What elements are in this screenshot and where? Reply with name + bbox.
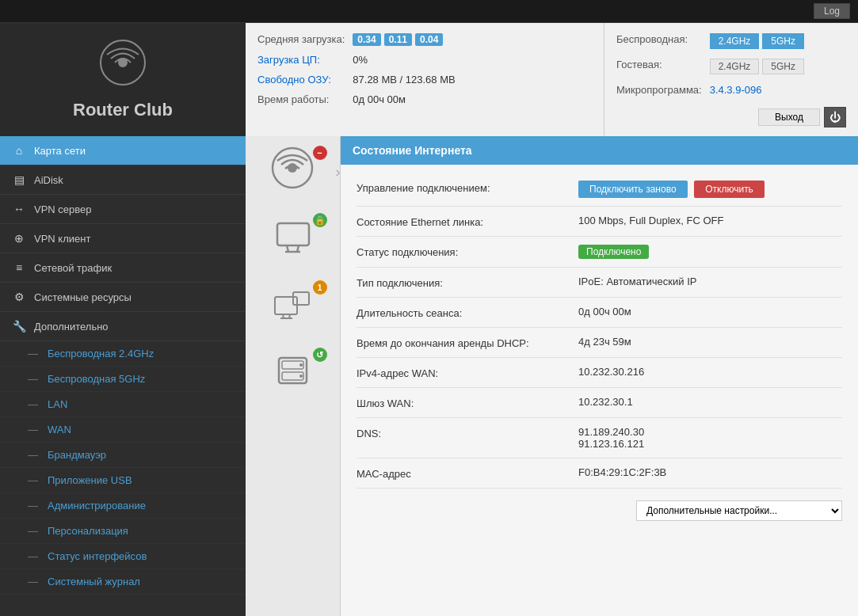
- firmware-value: 3.4.3.9-096: [710, 82, 846, 98]
- label-mac: МАС-адрес: [357, 466, 578, 480]
- sidebar-label-extra: Дополнительно: [34, 321, 109, 333]
- row-manage-connection: Управление подключением: Подключить зано…: [357, 173, 842, 207]
- home-icon: ⌂: [12, 144, 26, 157]
- sidebar-item-extra[interactable]: 🔧 Дополнительно: [0, 312, 246, 341]
- device-hdd[interactable]: ↺: [257, 346, 329, 401]
- content-body: Управление подключением: Подключить зано…: [341, 165, 858, 537]
- free-ram-label[interactable]: Свободно ОЗУ:: [257, 71, 345, 88]
- guest-24-button[interactable]: 2.4GHz: [710, 59, 760, 74]
- wireless-label: Беспроводная:: [616, 31, 702, 51]
- label-gateway-wan: Шлюз WAN:: [357, 396, 578, 409]
- vpn-client-icon: ⊕: [12, 232, 26, 245]
- hdd-device-icon: [271, 348, 315, 399]
- logo-section: Router Club: [0, 23, 246, 136]
- header: Router Club Средняя загрузка: 0.34 0.11 …: [0, 23, 858, 136]
- screen-status-badge: 🔒: [313, 213, 327, 227]
- sidebar-item-network-map[interactable]: ⌂ Карта сети: [0, 136, 246, 165]
- load-badge-1: 0.34: [353, 33, 380, 46]
- value-ipv4-wan: 10.232.30.216: [578, 366, 842, 378]
- sub-label-usb: Приложение USB: [48, 474, 132, 486]
- sidebar-label-network-traffic: Сетевой трафик: [34, 262, 112, 274]
- sidebar-item-vpn-client[interactable]: ⊕ VPN клиент: [0, 224, 246, 253]
- label-ethernet-status: Состояние Ethernet линка:: [357, 215, 578, 228]
- sub-label-admin: Администрирование: [48, 500, 146, 511]
- firmware-label: Микропрограмма:: [616, 82, 702, 98]
- additional-settings-select[interactable]: Дополнительные настройки...: [636, 500, 842, 521]
- sidebar-sub-wireless5[interactable]: — Беспроводная 5GHz: [0, 367, 246, 392]
- sidebar-label-aidisk: AiDisk: [34, 174, 63, 186]
- device-screen[interactable]: 🔒: [257, 211, 329, 267]
- sidebar-label-vpn-server: VPN сервер: [34, 203, 92, 215]
- vpn-server-icon: ↔: [12, 203, 26, 215]
- label-ipv4-wan: IPv4-адрес WAN:: [357, 366, 578, 379]
- screen-device-icon: [271, 214, 315, 264]
- router-status-badge: −: [313, 146, 327, 160]
- value-mac: F0:B4:29:1C:2F:3B: [578, 466, 842, 478]
- device-multi[interactable]: 1: [257, 279, 329, 334]
- device-router[interactable]: − ›: [257, 144, 329, 200]
- sidebar-label-vpn-client: VPN клиент: [34, 233, 90, 245]
- dash-icon-4: —: [28, 424, 38, 435]
- traffic-icon: ≡: [12, 261, 26, 274]
- disconnect-button[interactable]: Отключить: [694, 181, 765, 198]
- stats-section: Средняя загрузка: 0.34 0.11 0.04 Загрузк…: [246, 23, 604, 136]
- logout-button[interactable]: Выход: [758, 108, 820, 126]
- svg-rect-4: [277, 223, 309, 245]
- dash-icon-3: —: [28, 398, 38, 410]
- multi-status-badge: 1: [313, 280, 327, 295]
- content-header: Состояние Интернета: [341, 136, 858, 165]
- sidebar-sub-syslog[interactable]: — Системный журнал: [0, 569, 246, 595]
- wireless-buttons: 2.4GHz 5GHz: [710, 31, 846, 51]
- row-ipv4-wan: IPv4-адрес WAN: 10.232.30.216: [357, 358, 842, 388]
- wireless-24-button[interactable]: 2.4GHz: [710, 33, 760, 49]
- connected-badge: Подключено: [578, 245, 649, 259]
- cpu-value: 0%: [353, 51, 592, 68]
- power-button[interactable]: ⏻: [824, 107, 846, 127]
- sidebar-sub-lan[interactable]: — LAN: [0, 392, 246, 417]
- log-button[interactable]: Log: [814, 3, 850, 19]
- guest-buttons: 2.4GHz 5GHz: [710, 56, 846, 77]
- router-device-icon: [271, 146, 315, 197]
- dash-icon-2: —: [28, 373, 38, 385]
- avg-load-value: 0.34 0.11 0.04: [353, 31, 592, 48]
- label-manage-connection: Управление подключением:: [357, 181, 578, 194]
- router-icon: [99, 39, 147, 93]
- guest-label: Гостевая:: [616, 56, 702, 77]
- sidebar-item-aidisk[interactable]: ▤ AiDisk: [0, 165, 246, 195]
- value-connection-type: IPoE: Автоматический IP: [578, 276, 842, 287]
- sidebar-item-system-resources[interactable]: ⚙ Системные ресурсы: [0, 283, 246, 312]
- dash-icon-1: —: [28, 348, 38, 359]
- firmware-link[interactable]: 3.4.3.9-096: [710, 84, 762, 96]
- uptime-value: 0д 00ч 00м: [353, 91, 592, 108]
- sidebar-sub-interfaces[interactable]: — Статус интерфейсов: [0, 544, 246, 569]
- dash-icon-8: —: [28, 525, 38, 537]
- cpu-label[interactable]: Загрузка ЦП:: [257, 51, 345, 68]
- sidebar-sub-admin[interactable]: — Администрирование: [0, 493, 246, 519]
- value-dhcp-lease: 4д 23ч 59м: [578, 336, 842, 348]
- aidisk-icon: ▤: [12, 173, 26, 186]
- dropdown-row: Дополнительные настройки...: [357, 489, 842, 529]
- value-manage-connection: Подключить заново Отключить: [578, 181, 842, 198]
- sidebar-label-system-resources: Системные ресурсы: [34, 291, 132, 303]
- dash-icon-10: —: [28, 576, 38, 587]
- sidebar-sub-firewall[interactable]: — Брандмауэр: [0, 443, 246, 468]
- label-connection-type: Тип подключения:: [357, 276, 578, 289]
- sidebar-sub-wan[interactable]: — WAN: [0, 417, 246, 443]
- row-mac: МАС-адрес F0:B4:29:1C:2F:3B: [357, 458, 842, 489]
- sub-label-firewall: Брандмауэр: [48, 449, 106, 461]
- sidebar-sub-wireless24[interactable]: — Беспроводная 2.4GHz: [0, 341, 246, 367]
- svg-rect-9: [293, 292, 309, 305]
- guest-5-button[interactable]: 5GHz: [762, 59, 804, 74]
- uptime-label: Время работы:: [257, 91, 345, 108]
- value-gateway-wan: 10.232.30.1: [578, 396, 842, 408]
- dash-icon-5: —: [28, 449, 38, 461]
- wireless-5-button[interactable]: 5GHz: [762, 33, 804, 49]
- dash-icon-9: —: [28, 550, 38, 562]
- sidebar-item-vpn-server[interactable]: ↔ VPN сервер: [0, 195, 246, 224]
- sidebar-item-network-traffic[interactable]: ≡ Сетевой трафик: [0, 253, 246, 283]
- sub-label-wireless24: Беспроводная 2.4GHz: [48, 348, 154, 359]
- reconnect-button[interactable]: Подключить заново: [578, 181, 688, 198]
- sidebar-sub-personalization[interactable]: — Персонализация: [0, 519, 246, 544]
- sidebar-sub-usb[interactable]: — Приложение USB: [0, 468, 246, 493]
- main-layout: ⌂ Карта сети ▤ AiDisk ↔ VPN сервер ⊕ VPN…: [0, 136, 858, 616]
